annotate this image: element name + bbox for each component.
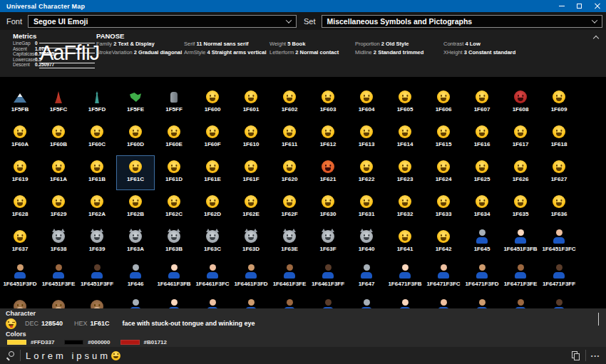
close-button[interactable] (588, 0, 606, 12)
cell-1F609[interactable]: 1F609 (540, 85, 578, 120)
cell-1F630[interactable]: 1F630 (309, 190, 347, 225)
cell-1F615[interactable]: 1F615 (424, 120, 463, 155)
cell-1F636[interactable]: 1F636 (540, 190, 578, 225)
search-icon[interactable] (6, 351, 15, 360)
cell-1F6451F3FC[interactable]: 1F6451F3FC (540, 225, 578, 260)
cell-1F640[interactable]: 1F640 (347, 225, 386, 260)
cell-1F64B1F3FC[interactable]: 1F64B1F3FC (193, 295, 232, 308)
cell-1F622[interactable]: 1F622 (347, 155, 386, 190)
cell-1F62B[interactable]: 1F62B (116, 190, 155, 225)
cell-1F6471F3FC[interactable]: 1F6471F3FC (424, 260, 463, 295)
cell-1F646[interactable]: 1F646 (116, 260, 155, 295)
cell-1F6451F3FD[interactable]: 1F6451F3FD (1, 260, 39, 295)
cell-1F6461F3FF[interactable]: 1F6461F3FF (309, 260, 347, 295)
cell-1F64C1F3FD[interactable]: 1F64C1F3FD (463, 295, 501, 308)
cell-1F62C[interactable]: 1F62C (155, 190, 193, 225)
cell-1F611[interactable]: 1F611 (270, 120, 309, 155)
cell-1F63C[interactable]: 1F63C (193, 225, 232, 260)
cell-1F610[interactable]: 1F610 (232, 120, 270, 155)
cell-1F63E[interactable]: 1F63E (270, 225, 309, 260)
cell-1F5FF[interactable]: 1F5FF (155, 85, 193, 120)
cell-1F64B1F3FB[interactable]: 1F64B1F3FB (155, 295, 193, 308)
cell-1F637[interactable]: 1F637 (1, 225, 39, 260)
cell-1F632[interactable]: 1F632 (386, 190, 424, 225)
cell-1F628[interactable]: 1F628 (1, 190, 39, 225)
cell-1F63B[interactable]: 1F63B (155, 225, 193, 260)
sample-text-input[interactable]: Lorem ipsum (26, 350, 111, 361)
cell-1F5FD[interactable]: 1F5FD (78, 85, 116, 120)
cell-1F60C[interactable]: 1F60C (78, 120, 116, 155)
cell-1F62D[interactable]: 1F62D (193, 190, 232, 225)
cell-1F614[interactable]: 1F614 (386, 120, 424, 155)
cell-1F61D[interactable]: 1F61D (155, 155, 193, 190)
cell-1F602[interactable]: 1F602 (270, 85, 309, 120)
cell-1F620[interactable]: 1F620 (270, 155, 309, 190)
cell-1F5FE[interactable]: 1F5FE (116, 85, 155, 120)
cell-1F648[interactable]: 1F648 (1, 295, 39, 308)
cell-1F62F[interactable]: 1F62F (270, 190, 309, 225)
cell-1F61F[interactable]: 1F61F (232, 155, 270, 190)
cell-1F625[interactable]: 1F625 (463, 155, 501, 190)
set-select[interactable]: Miscellaneous Symbols and Pictographs (322, 15, 602, 28)
cell-1F645[interactable]: 1F645 (463, 225, 501, 260)
cell-1F6461F3FD[interactable]: 1F6461F3FD (232, 260, 270, 295)
cell-1F600[interactable]: 1F600 (193, 85, 232, 120)
cell-1F61E[interactable]: 1F61E (193, 155, 232, 190)
cell-1F612[interactable]: 1F612 (309, 120, 347, 155)
collapse-panel-button[interactable] (592, 35, 600, 42)
cell-1F64B1F3FF[interactable]: 1F64B1F3FF (309, 295, 347, 308)
cell-1F624[interactable]: 1F624 (424, 155, 463, 190)
cell-1F64A[interactable]: 1F64A (78, 295, 116, 308)
cell-1F608[interactable]: 1F608 (501, 85, 540, 120)
cell-1F5FC[interactable]: 1F5FC (39, 85, 78, 120)
cell-1F63A[interactable]: 1F63A (116, 225, 155, 260)
cell-1F613[interactable]: 1F613 (347, 120, 386, 155)
cell-1F631[interactable]: 1F631 (347, 190, 386, 225)
cell-1F607[interactable]: 1F607 (463, 85, 501, 120)
cell-1F616[interactable]: 1F616 (463, 120, 501, 155)
cell-1F633[interactable]: 1F633 (424, 190, 463, 225)
cell-1F635[interactable]: 1F635 (501, 190, 540, 225)
cell-1F64C1F3FF[interactable]: 1F64C1F3FF (540, 295, 578, 308)
cell-1F64C1F3FE[interactable]: 1F64C1F3FE (501, 295, 540, 308)
cell-1F64C1F3FC[interactable]: 1F64C1F3FC (424, 295, 463, 308)
cell-1F638[interactable]: 1F638 (39, 225, 78, 260)
maximize-button[interactable] (570, 0, 588, 12)
cell-1F64B1F3FD[interactable]: 1F64B1F3FD (232, 295, 270, 308)
cell-1F60B[interactable]: 1F60B (39, 120, 78, 155)
cell-1F6461F3FB[interactable]: 1F6461F3FB (155, 260, 193, 295)
cell-1F627[interactable]: 1F627 (540, 155, 578, 190)
cell-1F62E[interactable]: 1F62E (232, 190, 270, 225)
cell-1F64B1F3FE[interactable]: 1F64B1F3FE (270, 295, 309, 308)
cell-1F626[interactable]: 1F626 (501, 155, 540, 190)
cell-1F6461F3FE[interactable]: 1F6461F3FE (270, 260, 309, 295)
cell-1F63F[interactable]: 1F63F (309, 225, 347, 260)
cell-1F601[interactable]: 1F601 (232, 85, 270, 120)
cell-1F60F[interactable]: 1F60F (193, 120, 232, 155)
copy-button[interactable] (572, 351, 580, 360)
cell-1F6471F3FD[interactable]: 1F6471F3FD (463, 260, 501, 295)
cell-1F641[interactable]: 1F641 (386, 225, 424, 260)
minimize-button[interactable] (553, 0, 570, 12)
cell-1F6461F3FC[interactable]: 1F6461F3FC (193, 260, 232, 295)
cell-1F5FB[interactable]: 1F5FB (1, 85, 39, 120)
cell-1F606[interactable]: 1F606 (424, 85, 463, 120)
cell-1F6471F3FB[interactable]: 1F6471F3FB (386, 260, 424, 295)
cell-1F618[interactable]: 1F618 (540, 120, 578, 155)
cell-1F605[interactable]: 1F605 (386, 85, 424, 120)
cell-1F617[interactable]: 1F617 (501, 120, 540, 155)
cell-1F642[interactable]: 1F642 (424, 225, 463, 260)
cell-1F639[interactable]: 1F639 (78, 225, 116, 260)
cell-1F629[interactable]: 1F629 (39, 190, 78, 225)
cell-1F623[interactable]: 1F623 (386, 155, 424, 190)
cell-1F62A[interactable]: 1F62A (78, 190, 116, 225)
cell-1F619[interactable]: 1F619 (1, 155, 39, 190)
cell-1F621[interactable]: 1F621 (309, 155, 347, 190)
cell-1F61C[interactable]: 1F61C (116, 155, 155, 190)
cell-1F6451F3FE[interactable]: 1F6451F3FE (39, 260, 78, 295)
cell-1F63D[interactable]: 1F63D (232, 225, 270, 260)
cell-1F6471F3FF[interactable]: 1F6471F3FF (540, 260, 578, 295)
cell-1F60E[interactable]: 1F60E (155, 120, 193, 155)
cell-1F61A[interactable]: 1F61A (39, 155, 78, 190)
cell-1F604[interactable]: 1F604 (347, 85, 386, 120)
